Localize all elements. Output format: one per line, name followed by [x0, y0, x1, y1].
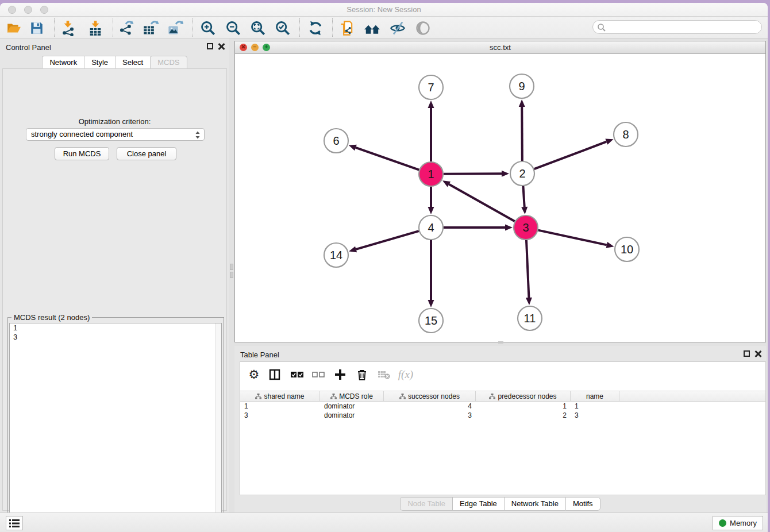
network-title: scc.txt [235, 43, 765, 52]
edge-arrowhead [526, 298, 532, 305]
toolbar-separator [299, 18, 300, 37]
criterion-dropdown[interactable]: strongly connected component [26, 128, 205, 141]
optimization-criterion-label: Optimization criterion: [3, 117, 226, 126]
search-icon [597, 23, 606, 32]
table-panel-float-icon[interactable] [744, 350, 750, 357]
edge-arrowhead [606, 242, 614, 248]
control-panel-header: Control Panel [0, 38, 229, 56]
column-header-MCDS-role[interactable]: MCDS role [320, 391, 384, 401]
hierarchy-icon [330, 394, 337, 399]
task-history-button[interactable] [6, 516, 23, 530]
apply-function-icon: f(x) [398, 367, 414, 383]
node-label-8: 8 [622, 128, 629, 141]
network-resize-handle[interactable] [498, 341, 503, 344]
mcds-result-title: MCDS result (2 nodes) [11, 313, 92, 322]
graph-edge-3-10[interactable] [538, 230, 607, 245]
duplicate-network-icon[interactable] [338, 19, 356, 37]
select-all-rows-icon[interactable] [289, 367, 305, 383]
export-table-icon[interactable] [141, 19, 160, 37]
network-window-titlebar[interactable]: ✕ − + scc.txt [235, 41, 765, 54]
table-cell: 4 [384, 402, 476, 411]
search-input[interactable] [608, 21, 757, 33]
mcds-result-text[interactable]: 13 [9, 323, 222, 531]
graph-edge-2-9[interactable] [522, 107, 522, 161]
export-network-icon[interactable] [117, 19, 135, 37]
save-session-icon[interactable] [28, 19, 46, 37]
edge-arrowhead [428, 300, 434, 307]
result-scrollbar[interactable] [215, 323, 221, 530]
memory-button[interactable]: Memory [713, 516, 763, 530]
zoom-fit-icon[interactable] [249, 19, 267, 37]
tab-network-table[interactable]: Network Table [504, 497, 565, 511]
hierarchy-icon [255, 394, 261, 399]
first-neighbors-icon[interactable] [363, 19, 382, 37]
edge-arrowhead [521, 207, 528, 214]
export-image-icon[interactable] [166, 19, 184, 37]
graph-edge-4-14[interactable] [356, 231, 419, 249]
task-list-icon [9, 519, 20, 528]
memory-status-icon [719, 519, 726, 527]
zoom-selected-icon[interactable] [274, 19, 292, 37]
run-mcds-button[interactable]: Run MCDS [55, 147, 109, 160]
tab-network[interactable]: Network [42, 56, 84, 70]
table-cell: dominator [320, 402, 384, 411]
node-label-4: 4 [428, 221, 434, 234]
tab-node-table[interactable]: Node Table [400, 497, 452, 511]
import-network-icon[interactable] [59, 19, 77, 37]
node-label-15: 15 [425, 314, 437, 327]
column-header-name[interactable]: name [571, 391, 619, 401]
graph-edge-2-8[interactable] [534, 142, 607, 169]
main-toolbar [0, 17, 768, 38]
refresh-layout-icon[interactable] [306, 19, 325, 37]
edge-arrowhead [428, 207, 434, 214]
zoom-in-icon[interactable] [199, 19, 217, 37]
hide-graphics-details-icon[interactable] [388, 19, 407, 37]
tab-motifs[interactable]: Motifs [565, 497, 600, 511]
table-settings-icon[interactable]: ⚙ [246, 367, 262, 383]
column-header-predecessor-nodes[interactable]: predecessor nodes [476, 391, 571, 401]
edge-arrowhead [349, 246, 357, 253]
mcds-result-group: MCDS result (2 nodes) 13 [7, 317, 224, 532]
node-label-1: 1 [428, 168, 434, 180]
node-table-card: ⚙ [240, 361, 766, 495]
graph-edge-1-6[interactable] [356, 148, 419, 170]
zoom-out-icon[interactable] [224, 19, 242, 37]
deselect-all-rows-icon[interactable] [310, 367, 326, 383]
graph-edge-2-3[interactable] [523, 186, 524, 207]
open-session-icon[interactable] [5, 19, 23, 37]
close-panel-button[interactable]: Close panel [117, 147, 176, 160]
node-label-10: 10 [621, 243, 633, 256]
graph-edge-3-11[interactable] [526, 240, 529, 298]
tab-mcds[interactable]: MCDS [150, 56, 187, 70]
column-header-successor-nodes[interactable]: successor nodes [384, 391, 476, 401]
edge-arrowhead [502, 171, 509, 177]
delete-columns-icon[interactable] [354, 367, 370, 383]
graph-edge-3-1[interactable] [449, 184, 514, 222]
mcds-panel: Optimization criterion: strongly connect… [2, 68, 227, 511]
show-columns-icon[interactable] [267, 367, 283, 383]
network-canvas[interactable]: 7968124314101511 [235, 54, 765, 342]
column-header-shared-name[interactable]: shared name [240, 391, 320, 401]
show-graphics-details-icon[interactable] [414, 19, 432, 37]
tab-edge-table[interactable]: Edge Table [452, 497, 504, 511]
control-panel: Control Panel NetworkStyleSelectMCDS Opt… [0, 38, 229, 514]
node-table-body: 1dominator4113dominator323 [240, 402, 765, 420]
import-table-icon[interactable] [86, 19, 105, 37]
hierarchy-icon [399, 394, 406, 399]
graph-edge-1-2[interactable] [444, 174, 502, 174]
table-row[interactable]: 1dominator411 [240, 402, 765, 411]
control-panel-close-icon[interactable] [218, 43, 225, 50]
tab-style[interactable]: Style [84, 56, 115, 70]
table-cell: 3 [384, 411, 476, 420]
table-row[interactable]: 3dominator323 [240, 411, 765, 420]
panel-splitter[interactable] [229, 38, 234, 514]
network-view-window: ✕ − + scc.txt 7968124314101511 [234, 41, 766, 342]
control-panel-float-icon[interactable] [207, 43, 213, 49]
tab-select[interactable]: Select [115, 56, 150, 70]
table-panel-header: Table Panel [234, 346, 766, 361]
edge-arrowhead [349, 145, 357, 151]
add-column-icon[interactable] [332, 367, 348, 383]
node-label-9: 9 [518, 80, 525, 92]
table-panel-close-icon[interactable] [754, 350, 761, 357]
window-titlebar: Session: New Session [0, 3, 768, 17]
